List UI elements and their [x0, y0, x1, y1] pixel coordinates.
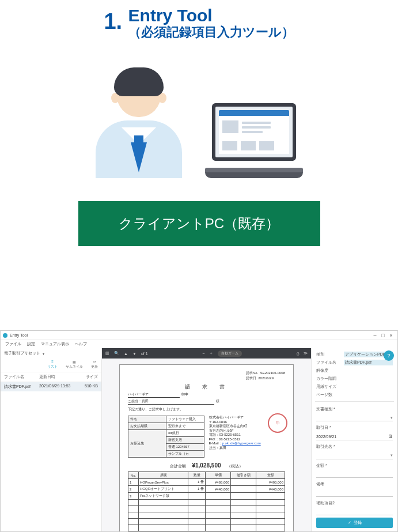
meta-file-value: 請求書PDF.pdf	[344, 360, 393, 365]
window-maximize[interactable]: □	[379, 332, 387, 339]
window-close[interactable]: ×	[387, 332, 395, 339]
field-aux2[interactable]	[316, 508, 393, 516]
cell-filename: 請求書PDF.pdf	[4, 384, 39, 390]
pdf-stage[interactable]: 請求No. SE202106-0008 請求日 2021/6/29 請 求 書 …	[102, 359, 311, 531]
right-pane: ? 種別アプリケーションPDF ファイル名請求書PDF.pdf 解像度 カラー階…	[311, 348, 397, 531]
preset-label: 電子取引プリセット	[4, 350, 40, 356]
calendar-icon[interactable]: 🗓	[388, 434, 393, 439]
chevron-down-icon[interactable]: ▾	[43, 352, 44, 356]
menubar: ファイル 設定 マニュアル表示 ヘルプ	[1, 340, 397, 348]
chevron-down-icon: ▾	[391, 453, 393, 458]
sidebar-toggle-icon[interactable]: ▥	[105, 351, 109, 356]
seal-icon: 印	[268, 413, 287, 433]
cell-date: 2021/06/29 13:53	[39, 384, 77, 390]
invoice-date-label: 請求日	[246, 376, 256, 380]
zoom-out-icon[interactable]: −	[202, 352, 204, 356]
field-doc-type[interactable]: ▾	[316, 414, 393, 422]
col-filename[interactable]: ファイル名	[4, 374, 39, 380]
zoom-select[interactable]: 自動ズーム	[218, 350, 242, 357]
reload-icon: ⟳	[92, 359, 97, 364]
field-partner[interactable]: ▾	[316, 452, 393, 459]
view-reload-label: 更新	[91, 364, 98, 369]
app-icon	[3, 333, 7, 338]
help-button[interactable]: ?	[384, 350, 394, 361]
print-icon[interactable]: ⎙	[297, 352, 299, 356]
meta-res-label: 解像度	[316, 368, 342, 373]
window-minimize[interactable]: –	[371, 332, 379, 339]
search-icon[interactable]: 🔍	[114, 351, 119, 356]
invoice-no-label: 請求No.	[246, 371, 258, 375]
view-list-label: リスト	[47, 364, 58, 369]
page-down-icon[interactable]: ▼	[132, 352, 137, 356]
promo-title-sub: （必須記録項目入力ツール）	[128, 25, 294, 40]
illustration-row	[0, 69, 398, 178]
file-table: ファイル名 更新日時 サイズ 請求書PDF.pdf 2021/06/29 13:…	[1, 372, 101, 391]
cell-size: 510 KB	[77, 384, 98, 390]
laptop-icon	[205, 103, 303, 178]
client-pc-label: クライアントPC（既存）	[119, 214, 279, 233]
view-list[interactable]: ≡ リスト	[47, 359, 58, 369]
more-icon[interactable]: ≫	[304, 351, 308, 356]
check-icon: ✓	[348, 520, 351, 525]
invoice-to: ハイパーギア	[128, 392, 180, 398]
invoice-info-table: 件名ソフトウェア購入 お支払期限翌月末まで お振込先●●銀行 新宿支店 普通 1…	[128, 416, 204, 458]
menu-help[interactable]: ヘルプ	[75, 341, 87, 347]
promo-block: 1. Entry Tool （必須記録項目入力ツール）	[0, 0, 398, 246]
field-amount-label: 金額 *	[316, 463, 393, 469]
field-amount[interactable]	[316, 471, 393, 478]
menu-file[interactable]: ファイル	[5, 341, 21, 347]
list-icon: ≡	[50, 359, 55, 364]
invoice-total: 合計金額 ¥1,028,500 （税込）	[128, 462, 285, 469]
invoice-title: 請 求 書	[128, 383, 285, 391]
field-remarks-label: 備考	[316, 481, 393, 487]
field-aux2-label: 補助項目2	[316, 500, 393, 506]
person-suffix: 様	[216, 399, 219, 403]
view-reload[interactable]: ⟳ 更新	[91, 359, 98, 369]
register-button[interactable]: ✓ 登録	[316, 518, 393, 528]
chevron-down-icon: ▾	[391, 416, 393, 420]
col-date[interactable]: 更新日時	[39, 374, 77, 380]
meta-color-label: カラー階調	[316, 376, 342, 382]
titlebar: Entry Tool – □ ×	[1, 331, 397, 340]
invoice-note: 下記の通り、ご請求申し上げます。	[128, 407, 285, 412]
window-title: Entry Tool	[10, 333, 371, 337]
promo-title-main: Entry Tool	[128, 6, 294, 25]
view-thumbnail[interactable]: ▦ サムネイル	[66, 359, 83, 369]
field-partner-label: 取引先名 *	[316, 444, 393, 450]
promo-number: 1.	[104, 10, 122, 32]
field-trade-date-label: 取引日 *	[316, 425, 393, 431]
grid-icon: ▦	[71, 359, 77, 364]
pdf-toolbar: ▥ 🔍 ▲ ▼ of 1 − ＋ 自動ズーム ⎙ ≫	[102, 348, 311, 359]
invoice-items-table: No. 摘要 数量 単価 値引き額 金額 1HGPscanServPlus1 冊…	[128, 471, 285, 531]
field-doc-type-label: 文書種別 *	[316, 406, 393, 412]
meta-pages-label: ページ数	[316, 392, 342, 398]
register-label: 登録	[354, 520, 362, 526]
menu-settings[interactable]: 設定	[27, 341, 35, 347]
left-pane: 電子取引プリセット ▾ ≡ リスト ▦ サムネイル ⟳ 更新	[1, 348, 102, 531]
sender-mail: p.okuda@hypergear.com	[222, 442, 261, 445]
page-up-icon[interactable]: ▲	[124, 352, 128, 356]
app-window: Entry Tool – □ × ファイル 設定 マニュアル表示 ヘルプ 電子取…	[0, 330, 398, 532]
table-row[interactable]: 請求書PDF.pdf 2021/06/29 13:53 510 KB	[1, 382, 101, 391]
invoice-person: ご担当：真田	[128, 399, 149, 403]
zoom-in-icon[interactable]: ＋	[209, 350, 213, 356]
menu-manual[interactable]: マニュアル表示	[41, 341, 69, 347]
attn-suffix: 御中	[181, 393, 188, 396]
view-thumb-label: サムネイル	[66, 364, 83, 369]
promo-title: 1. Entry Tool （必須記録項目入力ツール）	[0, 6, 398, 40]
invoice-date: 2021/6/29	[258, 376, 274, 380]
meta-paper-label: 用紙サイズ	[316, 384, 342, 390]
field-trade-date-value: 2022/09/21	[316, 435, 336, 439]
center-pane: ▥ 🔍 ▲ ▼ of 1 − ＋ 自動ズーム ⎙ ≫ 請求No.	[102, 348, 311, 531]
invoice-document: 請求No. SE202106-0008 請求日 2021/6/29 請 求 書 …	[119, 364, 294, 531]
meta-file-label: ファイル名	[316, 360, 342, 365]
page-indicator: of 1	[141, 352, 148, 356]
field-remarks[interactable]	[316, 489, 393, 497]
col-size[interactable]: サイズ	[77, 374, 98, 380]
meta-type-label: 種別	[316, 352, 342, 357]
field-trade-date[interactable]: 2022/09/21 🗓	[316, 433, 393, 440]
person-icon	[96, 69, 182, 178]
client-pc-button[interactable]: クライアントPC（既存）	[78, 201, 320, 246]
invoice-no: SE202106-0008	[260, 371, 285, 375]
